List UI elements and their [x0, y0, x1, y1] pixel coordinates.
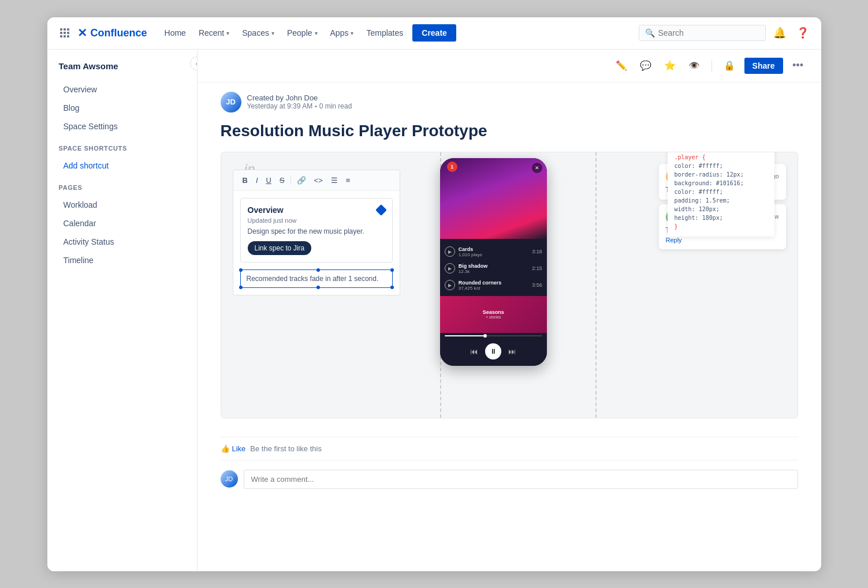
dashed-line-right: [595, 152, 597, 418]
sidebar: ‹ Team Awsome Overview Blog Space Settin…: [47, 50, 198, 571]
album-title: Seasons: [483, 309, 504, 315]
track-duration: 3:56: [532, 282, 542, 288]
sidebar-item-timeline[interactable]: Timeline: [52, 251, 192, 269]
track-info: Cards 1,010 plays: [459, 246, 528, 257]
phone-content: ▶ Cards 1,010 plays 3:16 ▶ Big sh: [440, 239, 547, 366]
selection-handle-tm: [316, 268, 320, 272]
nav-spaces[interactable]: Spaces ▾: [236, 25, 280, 41]
selection-handle-tl: [239, 268, 243, 272]
track-name: Rounded corners: [459, 280, 528, 286]
italic-button[interactable]: I: [254, 175, 260, 186]
card-updated: Updated just now: [248, 217, 385, 224]
restrict-icon[interactable]: 🔒: [720, 57, 739, 75]
prev-track-icon[interactable]: ⏮: [470, 347, 478, 356]
sidebar-item-calendar[interactable]: Calendar: [52, 214, 192, 233]
editor-toolbar: B I U S 🔗 <> ☰ ≡: [233, 170, 400, 191]
link-to-jira-button[interactable]: Link spec to Jira: [248, 241, 312, 255]
like-button[interactable]: 👍 Like: [221, 444, 246, 453]
play-pause-button[interactable]: ⏸: [485, 343, 501, 359]
code-line: background: #101616;: [675, 179, 768, 188]
link-button[interactable]: 🔗: [295, 175, 308, 186]
nav-home[interactable]: Home: [159, 25, 192, 41]
author-created-by: Created by John Doe: [247, 93, 352, 102]
numbered-list-button[interactable]: ≡: [344, 175, 353, 186]
author-avatar: JD: [221, 92, 241, 113]
chevron-down-icon: ▾: [271, 30, 274, 36]
card-description: Design spec for the new music player.: [248, 227, 385, 235]
svg-rect-3: [60, 32, 62, 34]
sidebar-item-space-settings[interactable]: Space Settings: [52, 117, 192, 136]
pages-label: PAGES: [47, 175, 197, 196]
next-track-icon[interactable]: ⏭: [508, 347, 516, 356]
content-topbar: ✏️ 💬 ⭐ 👁️ 🔒 Share •••: [198, 50, 821, 83]
grid-icon[interactable]: [57, 25, 73, 41]
notification-bell-icon[interactable]: 🔔: [770, 24, 789, 42]
svg-rect-6: [60, 35, 62, 38]
bold-button[interactable]: B: [240, 175, 250, 186]
edit-icon[interactable]: ✏️: [612, 57, 631, 75]
sidebar-add-shortcut[interactable]: Add shortcut: [52, 156, 192, 175]
selection-handle-bm: [316, 286, 320, 289]
selection-handle-bl: [239, 286, 243, 289]
confluence-logo[interactable]: ✕ Confluence: [77, 26, 147, 40]
divider: [711, 60, 712, 72]
share-button[interactable]: Share: [744, 58, 783, 74]
main-area: ‹ Team Awsome Overview Blog Space Settin…: [47, 50, 821, 571]
nav-recent[interactable]: Recent ▾: [193, 25, 235, 41]
diamond-icon: [375, 204, 387, 216]
underline-button[interactable]: U: [264, 175, 274, 186]
more-options-icon[interactable]: •••: [789, 57, 807, 75]
strikethrough-button[interactable]: S: [277, 175, 287, 186]
progress-fill: [445, 335, 484, 336]
chevron-down-icon: ▾: [315, 30, 318, 36]
help-icon[interactable]: ❓: [794, 24, 812, 42]
like-encourage-text: Be the first to like this: [250, 444, 322, 453]
comments-panel: E Erica 20 minutes ago The design is loo…: [659, 164, 786, 254]
nav-apps[interactable]: Apps ▾: [325, 25, 360, 41]
search-box[interactable]: 🔍: [639, 25, 766, 41]
code-snippet: .player { color: #fffff; border-radius: …: [668, 152, 774, 237]
bullet-list-button[interactable]: ☰: [329, 175, 340, 186]
track-artist: 12.3k: [459, 269, 528, 274]
star-icon[interactable]: ⭐: [661, 57, 679, 75]
code-line: width: 120px;: [675, 205, 768, 214]
chevron-down-icon: ▾: [351, 30, 353, 36]
watch-icon[interactable]: 👁️: [685, 57, 703, 75]
close-icon[interactable]: ✕: [532, 163, 542, 173]
search-input[interactable]: [658, 28, 759, 38]
chevron-down-icon: ▾: [226, 30, 229, 36]
code-button[interactable]: <>: [312, 175, 325, 186]
selection-handle-tr: [390, 268, 394, 272]
nav-templates[interactable]: Templates: [360, 25, 409, 41]
play-button[interactable]: ▶: [445, 280, 455, 290]
track-duration: 3:16: [532, 249, 542, 254]
play-button[interactable]: ▶: [445, 263, 455, 274]
play-button[interactable]: ▶: [445, 246, 455, 257]
sidebar-item-workload[interactable]: Workload: [52, 196, 192, 214]
comment-input[interactable]: [244, 470, 798, 489]
sidebar-item-overview[interactable]: Overview: [52, 80, 192, 99]
prototype-embed: in B I U S 🔗 <>: [221, 152, 798, 418]
user-avatar: JD: [221, 470, 238, 488]
code-line: padding: 1.5rem;: [675, 196, 768, 205]
nav-links: Home Recent ▾ Spaces ▾ People ▾ Apps ▾ T…: [159, 24, 636, 42]
svg-rect-0: [60, 28, 62, 31]
nav-people[interactable]: People ▾: [281, 25, 323, 41]
author-time: Yesterday at 9:39 AM • 0 min read: [247, 102, 352, 110]
album-sub: + stories: [483, 315, 504, 319]
svg-rect-7: [64, 35, 66, 38]
track-info: Big shadow 12.3k: [459, 263, 528, 274]
card-header: Overview: [248, 205, 385, 215]
comment-icon[interactable]: 💬: [636, 57, 655, 75]
thumbs-up-icon: 👍: [221, 444, 230, 453]
sidebar-item-blog[interactable]: Blog: [52, 99, 192, 117]
track-artist: 37,425 k/d: [459, 286, 528, 291]
sidebar-item-activity-status[interactable]: Activity Status: [52, 233, 192, 251]
content-area: ✏️ 💬 ⭐ 👁️ 🔒 Share ••• JD Created by John…: [198, 50, 821, 571]
bottom-section: 👍 Like Be the first to like this JD: [198, 432, 821, 503]
track-row: ▶ Rounded corners 37,425 k/d 3:56: [440, 277, 547, 294]
track-row: ▶ Big shadow 12.3k 2:15: [440, 260, 547, 277]
selection-handle-br: [390, 286, 394, 289]
reply-button[interactable]: Reply: [666, 237, 779, 244]
create-button[interactable]: Create: [412, 24, 456, 42]
